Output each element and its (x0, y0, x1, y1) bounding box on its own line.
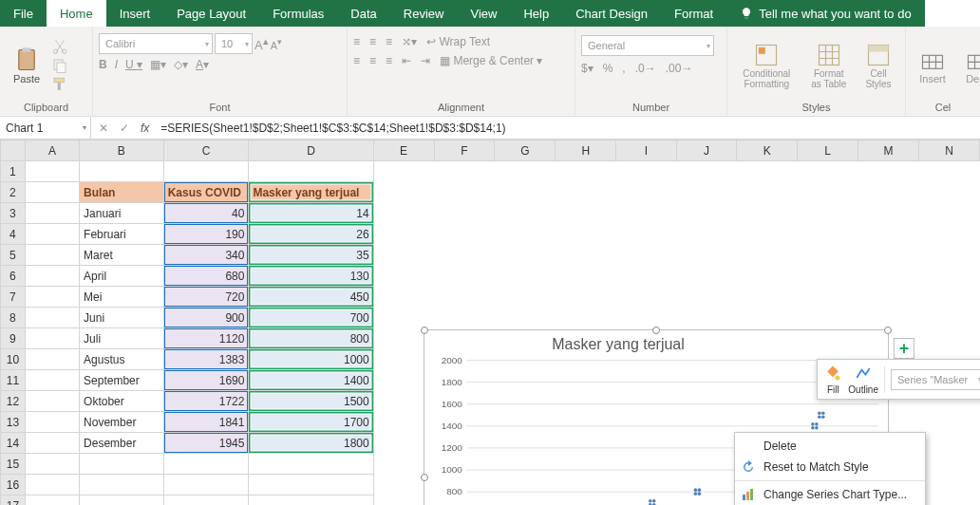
svg-point-74 (811, 422, 815, 426)
table-icon (816, 42, 842, 68)
merge-center-button[interactable]: ▦ Merge & Center ▾ (440, 54, 542, 67)
tab-review[interactable]: Review (390, 0, 458, 27)
fill-icon[interactable] (823, 364, 842, 383)
col-header[interactable]: E (373, 140, 434, 161)
col-header[interactable]: F (434, 140, 495, 161)
tab-format[interactable]: Format (661, 0, 726, 27)
col-header[interactable]: D (249, 140, 373, 161)
col-header[interactable]: K (737, 140, 798, 161)
svg-point-77 (815, 426, 819, 430)
col-header[interactable]: G (495, 140, 556, 161)
wrap-text-button[interactable]: ↩ Wrap Text (426, 35, 490, 48)
ctx-delete[interactable]: Delete (735, 436, 925, 457)
cancel-icon[interactable]: ✕ (99, 122, 108, 135)
fx-icon[interactable]: fx (141, 122, 149, 135)
chart-mini-toolbar[interactable]: Fill Outline Series "Masker (817, 359, 980, 400)
chart-elements-button[interactable]: + (894, 338, 914, 359)
lightbulb-icon (740, 7, 753, 20)
conditional-formatting-button[interactable]: Conditional Formatting (733, 40, 801, 91)
svg-point-80 (818, 415, 821, 419)
svg-rect-0 (19, 49, 34, 69)
enter-icon[interactable]: ✓ (120, 122, 129, 135)
tab-view[interactable]: View (457, 0, 510, 27)
bold-button[interactable]: B (99, 58, 107, 71)
copy-icon[interactable] (51, 57, 68, 74)
tab-chart-design[interactable]: Chart Design (562, 0, 661, 27)
svg-point-81 (821, 415, 825, 419)
ctx-reset-style[interactable]: Reset to Match Style (735, 457, 925, 477)
resize-handle[interactable] (652, 327, 660, 334)
cell[interactable]: Januari (80, 203, 164, 224)
col-header[interactable]: A (25, 140, 79, 161)
col-header[interactable]: M (858, 140, 919, 161)
col-header[interactable]: C (163, 140, 249, 161)
delete-cells-button[interactable]: Delet (957, 45, 980, 86)
insert-cells-button[interactable]: Insert (912, 45, 953, 86)
select-all-corner[interactable] (1, 140, 26, 161)
currency-icon[interactable]: $▾ (581, 62, 594, 75)
svg-rect-6 (54, 78, 65, 83)
align-bottom-icon[interactable]: ≡ (386, 35, 392, 48)
format-painter-icon[interactable] (51, 76, 68, 93)
col-header[interactable]: J (676, 140, 737, 161)
tab-page-layout[interactable]: Page Layout (163, 0, 259, 27)
align-top-icon[interactable]: ≡ (353, 35, 360, 48)
format-as-table-button[interactable]: Format as Table (804, 40, 854, 91)
orientation-icon[interactable]: ⤭▾ (402, 35, 417, 48)
decrease-decimal-icon[interactable]: .00→ (666, 62, 693, 75)
formula-input[interactable]: =SERIES(Sheet1!$D$2;Sheet1!$C$3:$C$14;Sh… (160, 122, 505, 135)
percent-icon[interactable]: % (603, 62, 613, 75)
tab-formulas[interactable]: Formulas (259, 0, 337, 27)
svg-text:1200: 1200 (442, 442, 463, 453)
svg-text:2000: 2000 (442, 355, 463, 365)
resize-handle[interactable] (884, 327, 892, 334)
series-selector[interactable]: Series "Masker (891, 369, 980, 390)
svg-point-76 (811, 426, 815, 430)
underline-button[interactable]: U ▾ (125, 58, 142, 71)
cell-styles-icon (865, 42, 892, 68)
align-right-icon[interactable]: ≡ (386, 54, 392, 67)
col-header[interactable]: N (919, 140, 980, 161)
align-center-icon[interactable]: ≡ (369, 54, 376, 67)
resize-handle[interactable] (421, 327, 428, 334)
borders-button[interactable]: ▦▾ (150, 58, 166, 71)
cell-styles-button[interactable]: Cell Styles (858, 40, 899, 91)
col-header[interactable]: I (616, 140, 677, 161)
fill-color-button[interactable]: ◇▾ (174, 58, 188, 71)
outline-icon[interactable] (854, 364, 873, 383)
svg-text:1800: 1800 (442, 377, 463, 387)
number-format-combo[interactable]: General (581, 35, 714, 56)
paste-button[interactable]: Paste (6, 45, 47, 86)
tab-home[interactable]: Home (47, 0, 106, 27)
ctx-change-chart-type[interactable]: Change Series Chart Type... (735, 484, 925, 505)
tab-insert[interactable]: Insert (106, 0, 164, 27)
resize-handle[interactable] (421, 474, 428, 481)
name-box[interactable]: Chart 1 (0, 117, 91, 139)
col-header[interactable]: H (556, 140, 616, 161)
font-color-button[interactable]: A▾ (196, 58, 209, 71)
cell[interactable]: 40 (163, 203, 249, 224)
tab-help[interactable]: Help (510, 0, 562, 27)
cut-icon[interactable] (51, 38, 68, 55)
col-header[interactable]: L (798, 140, 858, 161)
increase-indent-icon[interactable]: ⇥ (421, 54, 430, 67)
font-size-combo[interactable]: 10 (215, 33, 253, 54)
decrease-indent-icon[interactable]: ⇤ (402, 54, 411, 67)
italic-button[interactable]: I (115, 58, 118, 71)
svg-point-3 (62, 49, 66, 54)
increase-decimal-icon[interactable]: .0→ (635, 62, 656, 75)
comma-icon[interactable]: , (622, 62, 625, 75)
col-header[interactable]: B (80, 140, 164, 161)
svg-point-78 (818, 411, 821, 415)
tab-file[interactable]: File (0, 0, 47, 27)
align-left-icon[interactable]: ≡ (353, 54, 360, 67)
tell-me[interactable]: Tell me what you want to do (726, 0, 924, 27)
decrease-font-icon[interactable]: A▾ (271, 36, 282, 51)
svg-rect-90 (743, 495, 745, 500)
font-family-combo[interactable]: Calibri (99, 33, 213, 54)
svg-rect-10 (819, 45, 839, 65)
increase-font-icon[interactable]: A▴ (254, 35, 269, 52)
tab-data[interactable]: Data (337, 0, 389, 27)
align-middle-icon[interactable]: ≡ (369, 35, 376, 48)
cell[interactable]: 14 (249, 203, 373, 224)
